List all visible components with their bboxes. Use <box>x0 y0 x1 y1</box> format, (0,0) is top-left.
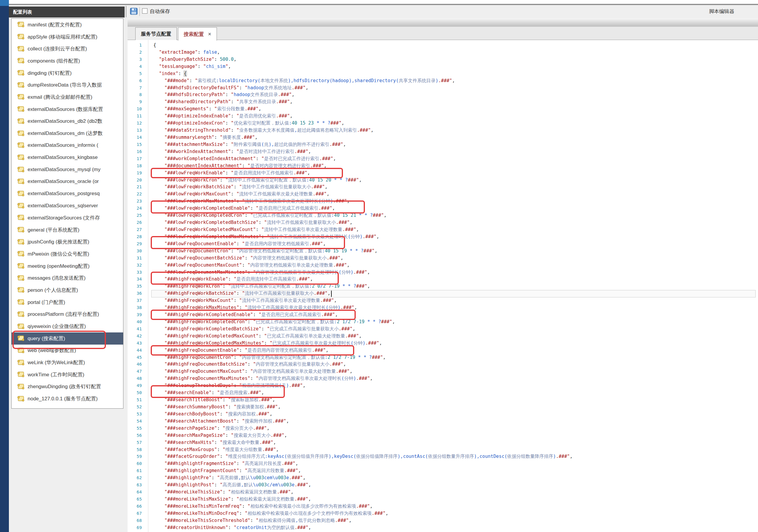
sidebar-item-workTime[interactable]: workTime (工作时间配置) <box>12 369 123 381</box>
code-line[interactable]: "###highFreqDocumentMaxCount": "内容管理文档高频… <box>154 368 572 375</box>
sidebar-item-manifest[interactable]: manifest (配置文件配置) <box>12 19 123 31</box>
code-line[interactable]: "###lowFreqWorkCompletedBatchSize": "流转中… <box>154 219 572 226</box>
code-line[interactable]: "###highFreqWorkMaxCount": "流转中工作高频索引单次最… <box>154 297 572 304</box>
close-tab-icon[interactable]: × <box>208 31 211 37</box>
code-line[interactable]: { <box>154 42 572 49</box>
sidebar-item-externalDataSources_postgresq[interactable]: externalDataSources_postgresq <box>12 188 123 200</box>
json-code-editor[interactable]: 1234567891011121314151617181920212223242… <box>127 40 758 532</box>
code-line[interactable]: "###highFreqWorkEnable": "是否启用流转中工作高频索引.… <box>154 276 572 283</box>
sidebar-item-appStyle[interactable]: appStyle (移动端应用样式配置) <box>12 31 123 43</box>
code-line[interactable]: "###highFreqDocumentEnable": "是否启用内容管理文档… <box>154 347 572 354</box>
code-line[interactable]: "###searchPageSize": "搜索分页大小.###", <box>154 425 572 432</box>
code-line[interactable]: "###lowFreqWorkEnable": "是否启用流转中工作低频索引.#… <box>154 170 572 177</box>
code-line[interactable]: "###highlightFragmentSize": "高亮返回片段长度.##… <box>154 460 572 467</box>
code-line[interactable]: "###lowFreqWorkCompletedMaxCount": "流转中工… <box>154 226 572 233</box>
sidebar-item-messages[interactable]: messages (消息发送配置) <box>12 272 123 284</box>
sidebar-item-externalDataSources_informix[interactable]: externalDataSources_informix ( <box>12 139 123 151</box>
code-line[interactable]: "###highlightFragmentCount": "高亮返回片段数量.#… <box>154 467 572 475</box>
sidebar-item-node_127.0.0.1[interactable]: node_127.0.0.1 (服务节点配置) <box>12 393 123 405</box>
code-line[interactable]: "###facetMaxGroups": "维度最大分组数量.###", <box>154 446 572 453</box>
code-line[interactable]: "###highlightPost": "高亮后缀,默认\u003c/em\u0… <box>154 482 572 489</box>
code-line[interactable]: "planQueryBatchSize": 500.0, <box>154 56 572 63</box>
code-line[interactable]: "###hdfsDirectoryDefaultFS": "hadoop文件系统… <box>154 84 572 92</box>
code-line[interactable]: "###lowFreqDocumentCron": "内容管理文档低频索引定时配… <box>154 248 572 255</box>
sidebar-item-dumpRestoreData[interactable]: dumpRestoreData (导出导入数据 <box>12 79 123 91</box>
code-line[interactable]: "###moreLikeThisMinDocFreq": "相似检索中检索项最小… <box>154 510 572 517</box>
code-area[interactable]: { "extractImage": false, "planQueryBatch… <box>154 42 572 532</box>
code-line[interactable]: "###lowFreqDocumentEnable": "是否启用内容管理文档低… <box>154 241 572 248</box>
code-line[interactable]: "###lowFreqDocumentMaxCount": "内容管理文档低频索… <box>154 262 572 269</box>
code-line[interactable]: "###searchTitleBoost": "搜索标题加权.###", <box>154 396 572 404</box>
save-button[interactable] <box>130 8 138 15</box>
code-line[interactable]: "###sharedDirectoryPath": "共享文件系统目录.###"… <box>154 98 572 106</box>
code-line[interactable]: "###highFreqWorkCompletedMaxMinutes": "已… <box>154 340 572 347</box>
code-line[interactable]: "extractImage": false, <box>154 49 572 56</box>
code-line[interactable]: "###searchEnable": "是否启用搜索.###", <box>154 389 572 396</box>
code-line[interactable]: "###summaryLength": "摘要长度.###", <box>154 134 572 141</box>
sidebar-item-components[interactable]: components (组件配置) <box>12 55 123 67</box>
code-line[interactable]: "###searchAttachmentBoost": "搜索附件加权.###"… <box>154 418 572 425</box>
code-line[interactable]: "###optimizeIndexCron": "优化索引定时配置，默认值:40… <box>154 120 572 127</box>
code-line[interactable]: "###lowFreqWorkBatchSize": "流转中工作低频索引批量获… <box>154 183 572 191</box>
sidebar-item-externalDataSources_dm[interactable]: externalDataSources_dm (达梦数 <box>12 127 123 139</box>
code-line[interactable]: "tessLanguage": "chi_sim", <box>154 63 572 70</box>
sidebar-item-processPlatform[interactable]: processPlatform (流程平台配置) <box>12 308 123 320</box>
sidebar-item-collect[interactable]: collect (连接到云平台配置) <box>12 43 123 55</box>
code-line[interactable]: "###optimizeIndexEnable": "是否启用优化索引.###"… <box>154 113 572 120</box>
code-line[interactable]: "###highFreqWorkCompletedEnable": "是否启用已… <box>154 311 572 318</box>
sidebar-item-portal[interactable]: portal (门户配置) <box>12 296 123 308</box>
code-line[interactable]: "###moreLikeThisMaxSize": "相似检索最大返回文档数量.… <box>154 496 572 503</box>
code-line[interactable]: "###cleanupThresholdDays": "检索内容清理阈值(天).… <box>154 382 572 389</box>
code-line[interactable]: "###highFreqDocumentBatchSize": "内容管理文档高… <box>154 361 572 368</box>
sidebar-item-jpushConfig[interactable]: jpushConfig (极光推送配置) <box>12 236 123 248</box>
code-line[interactable]: "###highlightPre": "高亮前缀,默认\u003cem\u003… <box>154 475 572 482</box>
sidebar-item-externalDataSources_kingbase[interactable]: externalDataSources_kingbase <box>12 151 123 164</box>
code-line[interactable]: "###lowFreqWorkCompletedMaxMinutes": "流转… <box>154 233 572 241</box>
code-line[interactable]: "###searchSummaryBoost": "搜索摘要加权.###", <box>154 404 572 411</box>
code-line[interactable]: "###creatorUnitUnknown": "creatorUnit为空的… <box>154 524 572 531</box>
code-line[interactable]: "###dataStringThreshold": "业务数据最大文本长度阈值,… <box>154 127 572 134</box>
code-line[interactable]: "###lowFreqWorkCompletedCron": "已完成工作低频索… <box>154 212 572 219</box>
code-line[interactable]: "###lowFreqDocumentMaxMinutes": "内容管理文档低… <box>154 269 572 276</box>
code-line[interactable]: "###maxSegments": "索引分段数量.###", <box>154 106 572 113</box>
code-line[interactable]: "###searchMaxHits": "搜索最大命中数量.###", <box>154 439 572 446</box>
autosave-checkbox[interactable] <box>142 8 148 14</box>
sidebar-item-externalDataSources_sqlserver[interactable]: externalDataSources_sqlserver <box>12 200 123 212</box>
sidebar-item-externalDataSources_db2[interactable]: externalDataSources_db2 (db2数 <box>12 116 123 127</box>
code-line[interactable]: "###highFreqWorkMaxMinutes": "流转中工作高频索引单… <box>154 304 572 311</box>
code-line[interactable]: "###highFreqDocumentCron": "内容管理文档高频索引定时… <box>154 354 572 361</box>
code-line[interactable]: "###hdfsDirectoryPath": "hadoop文件系统目录.##… <box>154 91 572 98</box>
code-line[interactable]: "###moreLikeThisSize": "相似检索返回文档数量.###", <box>154 489 572 496</box>
config-list[interactable]: manifest (配置文件配置)appStyle (移动端应用样式配置)col… <box>11 18 123 409</box>
code-line[interactable]: "###highFreqWorkBatchSize": "流转中工作高频索引批量… <box>154 290 572 297</box>
sidebar-item-person[interactable]: person (个人信息配置) <box>12 284 123 296</box>
code-line[interactable]: "###lowFreqWorkCron": "流转中工作低频索引定时配置，默认值… <box>154 177 572 184</box>
code-line[interactable]: "###highFreqWorkCompletedBatchSize": "已完… <box>154 326 572 333</box>
code-line[interactable]: "index": { <box>154 70 572 78</box>
code-line[interactable]: "###highFreqWorkCompletedCron": "已完成工作高频… <box>154 318 572 326</box>
code-line[interactable]: "###highFreqDocumentMaxMinutes": "内容管理文档… <box>154 375 572 382</box>
code-line[interactable]: "###searchMaxPageSize": "搜索最大分页大小.###", <box>154 432 572 439</box>
code-line[interactable]: "###workCompletedIndexAttachment": "是否对已… <box>154 155 572 162</box>
sidebar-item-web[interactable]: web (web端参数配置) <box>12 345 123 357</box>
sidebar-item-externalDataSources[interactable]: externalDataSources (数据库配置 <box>12 103 123 116</box>
tab-服务节点配置[interactable]: 服务节点配置 <box>135 27 177 40</box>
code-line[interactable]: "###lowFreqWorkMaxMinutes": "流转中工作低频索单次最… <box>154 198 572 205</box>
tab-搜索配置[interactable]: 搜索配置× <box>178 27 217 41</box>
sidebar-item-externalDataSources_oracle[interactable]: externalDataSources_oracle (or <box>12 176 123 188</box>
code-line[interactable]: "###moreLikeThisScoreThreshold": "相似检索得分… <box>154 517 572 524</box>
sidebar-item-dingding[interactable]: dingding (钉钉配置) <box>12 67 123 79</box>
code-line[interactable]: "###attachmentMaxSize": "附件索引阈值(兆),超过此值的… <box>154 141 572 148</box>
sidebar-item-externalStorageSources[interactable]: externalStorageSources (文件存 <box>12 212 123 224</box>
sidebar-item-query[interactable]: query (搜索配置) <box>12 332 123 345</box>
sidebar-item-exmail[interactable]: exmail (腾讯企业邮邮件配置) <box>12 91 123 103</box>
code-line[interactable]: "###documentIndexAttachment": "是否对内容管理文档… <box>154 162 572 170</box>
sidebar-item-zhengwuDingding[interactable]: zhengwuDingding (政务钉钉配置 <box>12 381 123 393</box>
code-line[interactable]: "###workIndexAttachment": "是否对流转中工作进行索引.… <box>154 148 572 155</box>
code-line[interactable]: "###lowFreqDocumentBatchSize": "内容管理文档低频… <box>154 255 572 262</box>
code-line[interactable]: "###lowFreqWorkCompletedEnable": "是否启用已完… <box>154 205 572 212</box>
code-line[interactable]: "###facetGroupOrder": "维度分组排序方式:keyAsc(依… <box>154 453 572 460</box>
sidebar-item-qiyeweixin[interactable]: qiyeweixin (企业微信配置) <box>12 320 123 332</box>
sidebar-item-weLink[interactable]: weLink (华为WeLink配置) <box>12 356 123 369</box>
sidebar-item-mPweixin[interactable]: mPweixin (微信公众号配置) <box>12 248 123 260</box>
